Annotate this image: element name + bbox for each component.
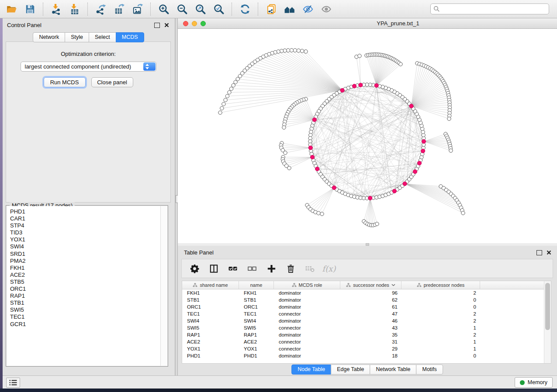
- delete-column-button[interactable]: [284, 262, 297, 275]
- mcds-result-item[interactable]: SWI4: [7, 243, 161, 250]
- show-graphics-details-button[interactable]: [318, 1, 335, 17]
- mcds-result-item[interactable]: ACE2: [7, 272, 161, 279]
- control-panel-float-icon[interactable]: [154, 23, 160, 28]
- mcds-result-item[interactable]: STB5: [7, 279, 161, 285]
- table-scrollbar[interactable]: [544, 281, 551, 363]
- table-cell[interactable]: STB1: [182, 296, 239, 303]
- mcds-result-item[interactable]: ORC1: [7, 285, 161, 292]
- table-row[interactable]: TEC1TEC1connector472: [182, 310, 551, 317]
- window-close-icon[interactable]: [183, 21, 188, 26]
- control-tab-select[interactable]: Select: [89, 32, 116, 42]
- select-all-button[interactable]: [226, 262, 239, 275]
- column-header-MCDS-role[interactable]: MCDS role: [274, 281, 340, 289]
- search-input[interactable]: [430, 3, 549, 14]
- table-tab-network-table[interactable]: Network Table: [370, 364, 417, 375]
- mcds-result-item[interactable]: SRD1: [7, 251, 161, 258]
- table-row[interactable]: PHD1PHD1dominator180: [182, 352, 551, 359]
- table-cell[interactable]: STB1: [239, 296, 274, 303]
- table-panel-float-icon[interactable]: [536, 250, 542, 255]
- mcds-result-item[interactable]: STP4: [7, 222, 161, 229]
- column-header-name[interactable]: name: [239, 281, 274, 289]
- table-cell[interactable]: RAP1: [239, 331, 274, 338]
- table-cell[interactable]: RAP1: [182, 331, 239, 338]
- zoom-in-button[interactable]: [156, 1, 172, 17]
- table-row[interactable]: STB1STB1dominator620: [182, 296, 551, 303]
- split-panel-button[interactable]: [207, 262, 220, 275]
- table-row[interactable]: FKH1FKH1dominator962: [182, 289, 551, 296]
- mcds-result-item[interactable]: STB1: [7, 299, 161, 306]
- table-cell[interactable]: ORC1: [182, 303, 239, 310]
- table-cell[interactable]: SWI4: [182, 317, 239, 324]
- mcds-result-scrollbar[interactable]: [160, 206, 167, 366]
- table-cell[interactable]: 62: [340, 296, 401, 303]
- table-cell[interactable]: 2: [401, 310, 480, 317]
- table-cell[interactable]: 2: [401, 331, 480, 338]
- deselect-all-button[interactable]: [246, 262, 259, 275]
- table-cell[interactable]: 96: [340, 289, 401, 296]
- table-cell[interactable]: 1: [401, 345, 480, 352]
- table-cell[interactable]: 0: [401, 352, 480, 359]
- table-cell[interactable]: connector: [274, 324, 340, 331]
- table-cell[interactable]: dominator: [274, 331, 340, 338]
- table-tab-node-table[interactable]: Node Table: [291, 364, 331, 375]
- add-column-button[interactable]: [265, 262, 278, 275]
- task-history-button[interactable]: [6, 378, 20, 388]
- table-cell[interactable]: 2: [401, 289, 480, 296]
- memory-button[interactable]: Memory: [515, 377, 553, 388]
- table-row[interactable]: SWI5SWI5connector431: [182, 324, 551, 331]
- table-cell[interactable]: ACE2: [239, 338, 274, 345]
- table-cell[interactable]: connector: [274, 345, 340, 352]
- export-network-button[interactable]: [93, 1, 109, 17]
- close-panel-button[interactable]: Close panel: [91, 77, 133, 87]
- table-cell[interactable]: TEC1: [182, 310, 239, 317]
- mcds-result-item[interactable]: PMA2: [7, 258, 161, 265]
- show-networks-button[interactable]: [281, 1, 298, 17]
- table-cell[interactable]: FKH1: [182, 289, 239, 296]
- control-tab-mcds[interactable]: MCDS: [116, 32, 144, 42]
- table-cell[interactable]: 0: [401, 303, 480, 310]
- table-scrollbar-thumb[interactable]: [545, 283, 550, 330]
- table-row[interactable]: YOX1YOX1connector291: [182, 345, 551, 352]
- zoom-fit-button[interactable]: [192, 1, 209, 17]
- table-cell[interactable]: SWI4: [239, 317, 274, 324]
- table-row[interactable]: SWI4SWI4dominator462: [182, 317, 551, 324]
- column-header-shared-name[interactable]: shared name: [182, 281, 239, 289]
- table-cell[interactable]: 46: [340, 317, 401, 324]
- table-row[interactable]: ACE2ACE2connector311: [182, 338, 551, 345]
- function-builder-button-disabled[interactable]: f(x): [322, 262, 336, 275]
- table-cell[interactable]: 1: [401, 338, 480, 345]
- window-minimize-icon[interactable]: [192, 21, 197, 26]
- window-maximize-icon[interactable]: [201, 21, 206, 26]
- table-cell[interactable]: ORC1: [239, 303, 274, 310]
- table-cell[interactable]: connector: [274, 310, 340, 317]
- table-cell[interactable]: connector: [274, 338, 340, 345]
- mcds-result-item[interactable]: TID3: [7, 229, 161, 236]
- table-cell[interactable]: 35: [340, 331, 401, 338]
- delete-table-button-disabled[interactable]: [303, 262, 316, 275]
- mcds-result-item[interactable]: FKH1: [7, 265, 161, 272]
- table-cell[interactable]: dominator: [274, 296, 340, 303]
- mcds-result-item[interactable]: CAR1: [7, 215, 161, 222]
- table-cell[interactable]: dominator: [274, 303, 340, 310]
- import-table-button[interactable]: [66, 1, 83, 17]
- table-row[interactable]: ORC1ORC1dominator610: [182, 303, 551, 310]
- table-cell[interactable]: YOX1: [182, 345, 239, 352]
- control-tab-style[interactable]: Style: [65, 32, 89, 42]
- table-cell[interactable]: SWI5: [239, 324, 274, 331]
- table-tab-motifs[interactable]: Motifs: [416, 364, 443, 375]
- criterion-dropdown[interactable]: largest connected component (undirected): [21, 62, 156, 72]
- table-cell[interactable]: dominator: [274, 352, 340, 359]
- export-image-button[interactable]: [129, 1, 146, 17]
- table-settings-button[interactable]: [188, 262, 201, 275]
- save-session-button[interactable]: [22, 1, 38, 17]
- table-cell[interactable]: 43: [340, 324, 401, 331]
- table-cell[interactable]: 47: [340, 310, 401, 317]
- table-cell[interactable]: TEC1: [239, 310, 274, 317]
- mcds-result-item[interactable]: SWI5: [7, 306, 161, 313]
- network-window-titlebar[interactable]: YPA_prune.txt_1: [178, 18, 557, 29]
- zoom-selected-button[interactable]: [211, 1, 227, 17]
- table-cell[interactable]: FKH1: [239, 289, 274, 296]
- table-cell[interactable]: 0: [401, 296, 480, 303]
- table-cell[interactable]: YOX1: [239, 345, 274, 352]
- column-header-successor-nodes[interactable]: successor nodes: [340, 281, 401, 289]
